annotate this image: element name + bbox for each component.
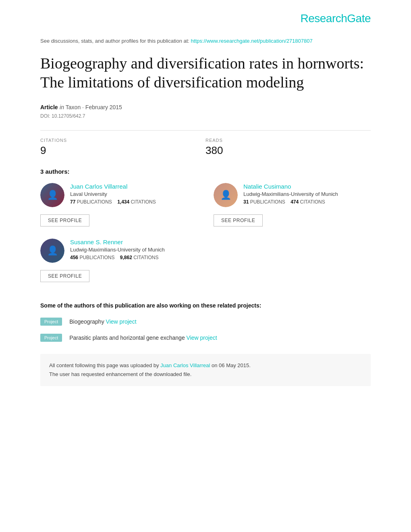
project-item-2: Project Parasitic plants and horizontal …: [40, 334, 371, 342]
author-info-3: Susanne S. Renner Ludwig-Maximilians-Uni…: [70, 239, 197, 260]
avatar-jcv-img: 👤: [40, 183, 64, 207]
footer-author-link[interactable]: Juan Carlos Villarreal: [160, 362, 210, 368]
doi-label: DOI:: [40, 113, 52, 119]
author-stats-1: 77 PUBLICATIONS 1,434 CITATIONS: [70, 199, 197, 205]
footer-line-2: The user has requested enhancement of th…: [49, 370, 362, 379]
article-type-label: Article: [40, 104, 58, 110]
stats-divider: [40, 130, 371, 131]
author-top-2: 👤 Natalie Cusimano Ludwig-Maximilians-Un…: [214, 183, 371, 207]
author-pubs-val-2: 31: [243, 199, 249, 205]
journal-name: Taxon · February 2015: [66, 104, 122, 110]
author-cit-label-3: CITATIONS: [133, 255, 158, 260]
project-badge-2: Project: [40, 334, 62, 342]
author-card-1: 👤 Juan Carlos Villarreal Laval Universit…: [40, 183, 197, 227]
author-cit-label-2: CITATIONS: [300, 199, 325, 205]
author-pubs-label-3: PUBLICATIONS: [79, 255, 114, 260]
author-avatar-1: 👤: [40, 183, 64, 207]
author-pubs-val-1: 77: [70, 199, 75, 205]
author-institution-2: Ludwig-Maximilians-University of Munich: [243, 191, 371, 197]
author-name-3[interactable]: Susanne S. Renner: [70, 239, 197, 245]
author-pubs-label-2: PUBLICATIONS: [250, 199, 285, 205]
project-name-2: Parasitic plants and horizontal gene exc…: [69, 335, 186, 341]
stats-row: CITATIONS 9 READS 380: [40, 138, 371, 157]
project-text-2: Parasitic plants and horizontal gene exc…: [69, 335, 217, 341]
author-avatar-2: 👤: [214, 183, 238, 207]
project-link-2[interactable]: View project: [187, 335, 217, 341]
in-label: in: [60, 104, 66, 110]
brand-text: ResearchGate: [300, 12, 371, 25]
reads-value: 380: [206, 144, 371, 157]
brand-logo: ResearchGate: [300, 12, 371, 25]
reads-block: READS 380: [206, 138, 371, 157]
authors-heading: 3 authors:: [40, 168, 371, 175]
reads-label: READS: [206, 138, 371, 143]
see-profile-button-1[interactable]: SEE PROFILE: [40, 214, 89, 227]
project-item-1: Project Biogeography View project: [40, 318, 371, 326]
author-stats-2: 31 PUBLICATIONS 474 CITATIONS: [243, 199, 371, 205]
see-discussion-text: See discussions, stats, and author profi…: [40, 38, 189, 44]
author-cit-val-1: 1,434: [117, 199, 129, 205]
footer-line-1: All content following this page was uplo…: [49, 361, 362, 370]
author-info-2: Natalie Cusimano Ludwig-Maximilians-Univ…: [243, 183, 371, 205]
project-badge-1: Project: [40, 318, 62, 326]
author-name-2[interactable]: Natalie Cusimano: [243, 183, 371, 190]
avatar-ssr-img: 👤: [40, 239, 64, 263]
author-avatar-3: 👤: [40, 239, 64, 263]
project-link-1[interactable]: View project: [106, 318, 137, 325]
see-discussion-bar: See discussions, stats, and author profi…: [40, 37, 371, 45]
author-card-3: 👤 Susanne S. Renner Ludwig-Maximilians-U…: [40, 239, 197, 282]
doi-line: DOI: 10.12705/642.7: [40, 113, 371, 119]
citations-label: CITATIONS: [40, 138, 206, 143]
article-meta: Article in Taxon · February 2015: [40, 104, 371, 111]
author-institution-1: Laval University: [70, 191, 197, 197]
avatar-nc-img: 👤: [214, 183, 238, 207]
header: ResearchGate: [40, 12, 371, 25]
authors-grid: 👤 Juan Carlos Villarreal Laval Universit…: [40, 183, 371, 294]
footer-text-2: on 06 May 2015.: [212, 362, 251, 368]
footer-note: All content following this page was uplo…: [40, 354, 371, 386]
author-pubs-val-3: 456: [70, 255, 78, 260]
author-card-2: 👤 Natalie Cusimano Ludwig-Maximilians-Un…: [214, 183, 371, 227]
author-institution-3: Ludwig-Maximilians-University of Munich: [70, 247, 197, 253]
project-text-1: Biogeography View project: [69, 318, 136, 325]
author-top-3: 👤 Susanne S. Renner Ludwig-Maximilians-U…: [40, 239, 197, 263]
author-info-1: Juan Carlos Villarreal Laval University …: [70, 183, 197, 205]
author-stats-3: 456 PUBLICATIONS 9,862 CITATIONS: [70, 255, 197, 260]
see-profile-button-3[interactable]: SEE PROFILE: [40, 270, 89, 282]
paper-title: Biogeography and diversification rates i…: [40, 54, 371, 92]
author-pubs-label-1: PUBLICATIONS: [77, 199, 112, 205]
see-profile-button-2[interactable]: SEE PROFILE: [214, 214, 263, 227]
footer-text-1: All content following this page was uplo…: [49, 362, 160, 368]
related-projects-heading: Some of the authors of this publication …: [40, 302, 371, 309]
author-cit-val-2: 474: [291, 199, 299, 205]
related-projects-section: Some of the authors of this publication …: [40, 302, 371, 342]
author-top-1: 👤 Juan Carlos Villarreal Laval Universit…: [40, 183, 197, 207]
doi-value: 10.12705/642.7: [52, 113, 85, 119]
author-cit-label-1: CITATIONS: [131, 199, 156, 205]
citations-value: 9: [40, 144, 206, 157]
author-cit-val-3: 9,862: [120, 255, 132, 260]
project-name-1: Biogeography: [69, 318, 106, 325]
citations-block: CITATIONS 9: [40, 138, 206, 157]
author-name-1[interactable]: Juan Carlos Villarreal: [70, 183, 197, 190]
publication-link[interactable]: https://www.researchgate.net/publication…: [191, 38, 313, 44]
